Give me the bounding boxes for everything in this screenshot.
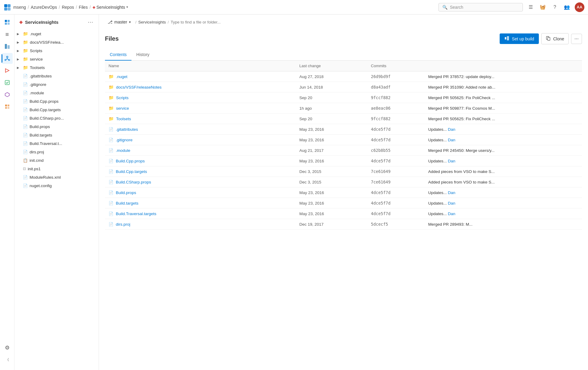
table-row: 📄 Build.Traversal.targets May 23, 2016 4…: [105, 209, 582, 219]
tree-item-modulerules[interactable]: ▶ 📄 ModuleRules.xml: [14, 173, 99, 181]
commit-author[interactable]: Dan: [448, 159, 455, 163]
file-name-link[interactable]: .gitignore: [116, 138, 133, 142]
tree-item-build-cpp-props[interactable]: ▶ 📄 Build.Cpp.props: [14, 97, 99, 105]
sidebar-item-artifacts[interactable]: [2, 89, 13, 100]
commit-hash-cell[interactable]: 7ce61649: [367, 177, 425, 187]
file-name-link[interactable]: .module: [116, 148, 130, 153]
tree-item-scripts[interactable]: ▶ 📁 Scripts: [14, 46, 99, 55]
file-name-cell: 📄 .gitattributes: [105, 124, 296, 135]
content-breadcrumb-repo[interactable]: ServiceInsights: [138, 20, 166, 24]
tree-item-build-cpp-targets[interactable]: ▶ 📄 Build.Cpp.targets: [14, 105, 99, 114]
tree-item-module[interactable]: ▶ 📄 .module: [14, 89, 99, 97]
breadcrumb-azuredevops[interactable]: AzureDevOps: [31, 5, 57, 10]
commit-hash-cell[interactable]: 26d9bd9f: [367, 71, 425, 82]
file-name-link[interactable]: Build.props: [116, 190, 136, 195]
tree-item-build-props[interactable]: ▶ 📄 Build.props: [14, 122, 99, 131]
commit-author[interactable]: Dan: [448, 212, 455, 216]
commit-hash-cell[interactable]: 4dce5f7d: [367, 187, 425, 198]
tree-item-dirs-proj[interactable]: ▶ 📄 dirs.proj: [14, 148, 99, 156]
commit-author[interactable]: Dan: [448, 201, 455, 205]
sidebar-item-home[interactable]: [2, 17, 13, 28]
find-file-input[interactable]: [171, 19, 582, 25]
sidebar-item-repos[interactable]: [2, 53, 13, 64]
file-icon: 📄: [109, 138, 113, 142]
file-name-link[interactable]: Build.Traversal.targets: [116, 212, 156, 216]
commit-author[interactable]: Dan: [448, 138, 455, 142]
sidebar-item-pipelines[interactable]: [2, 65, 13, 76]
commit-message-cell: Merged PR 378572: update deploy...: [425, 71, 582, 82]
file-name-link[interactable]: Build.CSharp.props: [116, 180, 151, 184]
breadcrumb-mseng[interactable]: mseng: [13, 5, 26, 10]
commit-hash-cell[interactable]: 4dce5f7d: [367, 135, 425, 145]
folder-icon: 📁: [23, 31, 28, 36]
settings-icon[interactable]: ⚙: [2, 342, 13, 353]
tree-item-init-cmd[interactable]: ▶ 📋 init.cmd: [14, 156, 99, 165]
commit-hash-cell[interactable]: d8a43adf: [367, 82, 425, 92]
sidebar-item-overview[interactable]: ≡: [2, 29, 13, 40]
commit-author[interactable]: Dan: [448, 127, 455, 132]
folder-icon: 📁: [109, 85, 114, 89]
tree-item-gitattributes[interactable]: ▶ 📄 .gitattributes: [14, 72, 99, 80]
commit-hash-cell[interactable]: 4dce5f7d: [367, 198, 425, 209]
file-name-link[interactable]: Build.targets: [116, 201, 138, 205]
more-actions-button[interactable]: ⋯: [571, 34, 582, 44]
commit-hash-cell[interactable]: 4dce5f7d: [367, 124, 425, 135]
collapse-icon[interactable]: 《: [2, 354, 13, 365]
file-name-link[interactable]: docs/VSSF/releaseNotes: [116, 85, 162, 89]
sidebar-item-testplans[interactable]: [2, 77, 13, 88]
clone-button[interactable]: Clone: [541, 33, 569, 44]
file-name-cell: 📄 .gitignore: [105, 135, 296, 145]
tree-item-gitignore[interactable]: ▶ 📄 .gitignore: [14, 80, 99, 89]
col-header-last-change: Last change: [296, 61, 367, 71]
tree-item-build-csharp-pro[interactable]: ▶ 📄 Build.CSharp.pro...: [14, 114, 99, 122]
sidebar-more-button[interactable]: ⋯: [86, 18, 95, 26]
commit-author[interactable]: Dan: [448, 190, 455, 195]
files-section: Files Set up build Clone ⋯: [99, 28, 588, 370]
commit-hash-cell[interactable]: 5dcecf5: [367, 219, 425, 230]
tree-item-toolsets[interactable]: ▶ 📁 Toolsets: [14, 63, 99, 72]
branch-selector[interactable]: ⎇ master ▾: [105, 18, 134, 26]
commit-hash-cell[interactable]: 4dce5f7d: [367, 209, 425, 219]
sidebar-item-extensions[interactable]: [2, 101, 13, 112]
commit-hash-cell[interactable]: ae8eac06: [367, 103, 425, 114]
tree-item-build-traversal[interactable]: ▶ 📄 Build.Traversal.t...: [14, 139, 99, 148]
sidebar-item-boards[interactable]: [2, 41, 13, 52]
commit-hash-cell[interactable]: 9fccf882: [367, 114, 425, 124]
tree-item-init-ps1[interactable]: ▶ ⊡ init.ps1: [14, 165, 99, 173]
search-box[interactable]: 🔍 Search: [438, 3, 523, 11]
file-name-link[interactable]: Build.Cpp.props: [116, 159, 145, 163]
file-name-link[interactable]: .gitattributes: [116, 127, 138, 132]
tree-item-docs[interactable]: ▶ 📁 docs/VSSF/relea...: [14, 38, 99, 46]
tree-item-nuget[interactable]: ▶ 📁 .nuget: [14, 30, 99, 38]
tree-item-build-targets[interactable]: ▶ 📄 Build.targets: [14, 131, 99, 139]
tab-history[interactable]: History: [131, 49, 154, 61]
commit-hash-cell[interactable]: 4dce5f7d: [367, 156, 425, 166]
file-name-link[interactable]: dirs.proj: [116, 222, 130, 227]
commit-hash-cell[interactable]: 7ce61649: [367, 166, 425, 177]
breadcrumb-current-repo[interactable]: ◆ ServiceInsights ▾: [93, 5, 128, 10]
tree-item-nuget-config[interactable]: ▶ 📄 nuget.config: [14, 181, 99, 190]
list-icon[interactable]: ☰: [525, 2, 536, 13]
people-icon[interactable]: 👥: [561, 2, 572, 13]
file-name-link[interactable]: .nuget: [116, 74, 128, 79]
breadcrumb-files[interactable]: Files: [79, 5, 88, 10]
file-name-link[interactable]: Build.Cpp.targets: [116, 169, 147, 174]
breadcrumb-repos[interactable]: Repos: [62, 5, 74, 10]
tree-chevron-icon: ▶: [17, 49, 21, 52]
help-icon[interactable]: ?: [549, 2, 560, 13]
file-name-link[interactable]: Toolsets: [116, 117, 131, 121]
user-avatar[interactable]: AA: [575, 2, 584, 12]
basket-icon[interactable]: 🧺: [537, 2, 548, 13]
branch-icon: ⎇: [108, 20, 112, 24]
commit-hash-cell[interactable]: c62b8b55: [367, 145, 425, 156]
file-icon: 📄: [23, 91, 28, 95]
tree-item-service[interactable]: ▶ 📁 service: [14, 55, 99, 63]
setup-build-button[interactable]: Set up build: [500, 33, 539, 44]
commit-hash-cell[interactable]: 9fccf882: [367, 92, 425, 103]
breadcrumb-chevron-icon[interactable]: ▾: [126, 5, 128, 9]
file-name-link[interactable]: service: [116, 106, 129, 111]
tab-contents[interactable]: Contents: [105, 49, 131, 61]
file-icon: 📄: [23, 141, 28, 146]
file-name-link[interactable]: Scripts: [116, 96, 128, 100]
ps-file-icon: ⊡: [23, 167, 26, 171]
